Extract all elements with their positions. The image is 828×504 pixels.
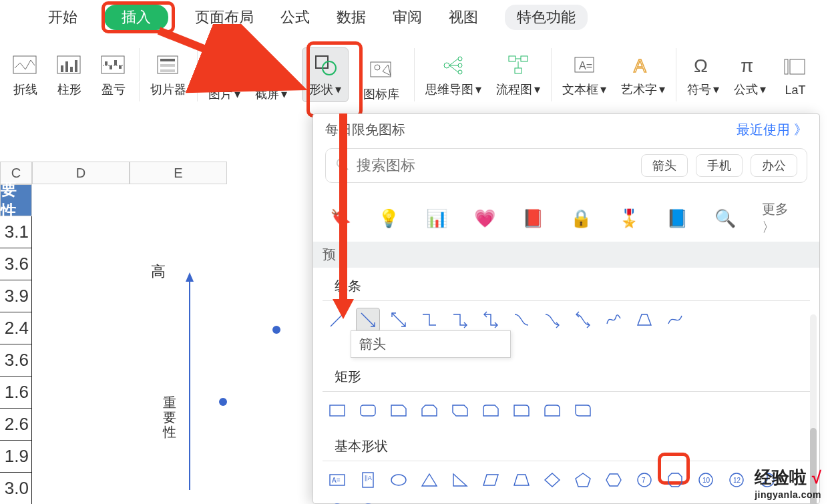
dodecagon-shape[interactable]: 12: [724, 468, 749, 492]
sparkline-wl[interactable]: 盈亏: [99, 52, 128, 97]
line-shape[interactable]: [325, 308, 349, 332]
chevron-down-icon: ▾: [534, 82, 540, 97]
cat-heart-icon[interactable]: 💗: [473, 206, 496, 230]
symbol[interactable]: Ω 符号▾: [687, 52, 719, 97]
svg-marker-56: [422, 405, 437, 416]
curve-shape[interactable]: [509, 308, 534, 332]
elbow-shape[interactable]: [417, 308, 441, 332]
shapes[interactable]: 形状▾: [302, 47, 349, 102]
chevron-down-icon: ▾: [234, 87, 240, 101]
elbow-double-shape[interactable]: [479, 308, 503, 332]
octagon-shape[interactable]: [663, 468, 687, 492]
cat-book-icon[interactable]: 📕: [522, 206, 544, 230]
wordart[interactable]: A 艺术字▾: [621, 52, 665, 97]
cat-search-icon[interactable]: 🔍: [714, 206, 737, 230]
sparkline-col-icon: [55, 52, 84, 79]
parallelogram-shape[interactable]: [479, 468, 503, 492]
sniprnd-shape[interactable]: [479, 399, 503, 423]
cell[interactable]: 3.1: [0, 216, 32, 248]
curve-double-shape[interactable]: [571, 308, 595, 332]
svg-rect-16: [214, 62, 234, 77]
menu-formula[interactable]: 公式: [280, 7, 310, 27]
cell[interactable]: 2.4: [0, 312, 32, 344]
textbox-shape[interactable]: A=: [325, 468, 349, 492]
heptagon-shape[interactable]: 7: [632, 468, 656, 492]
round2-shape[interactable]: [540, 399, 564, 423]
rtriangle-shape[interactable]: [448, 468, 472, 492]
cell[interactable]: 3.0: [0, 473, 32, 504]
vtextbox-shape[interactable]: ||A: [356, 468, 380, 492]
cat-bulb-icon[interactable]: 💡: [377, 206, 400, 230]
col-header-e[interactable]: E: [130, 162, 227, 184]
cell[interactable]: 1.9: [0, 441, 32, 473]
menu-layout[interactable]: 页面布局: [195, 7, 254, 27]
svg-marker-64: [453, 474, 467, 486]
more-link[interactable]: 更多 〉: [762, 200, 803, 236]
cat-lock-icon[interactable]: 🔒: [570, 206, 592, 230]
triangle-shape[interactable]: [417, 468, 441, 492]
decagon-shape[interactable]: 10: [694, 468, 718, 492]
chord-shape[interactable]: [325, 499, 349, 504]
menu-feature[interactable]: 特色功能: [505, 5, 588, 30]
svg-text:A=: A=: [332, 477, 341, 484]
cat-badge-icon[interactable]: 🎖️: [618, 206, 640, 230]
screenshot[interactable]: 截屏▾: [255, 57, 287, 102]
chevron-down-icon: ▾: [600, 82, 606, 97]
cell[interactable]: 3.9: [0, 280, 32, 312]
round1-shape[interactable]: [509, 399, 534, 423]
cell[interactable]: 3.6: [0, 248, 32, 280]
cell[interactable]: 1.6: [0, 376, 32, 409]
textbox[interactable]: A= 文本框▾: [562, 52, 606, 97]
diamond-shape[interactable]: [540, 468, 564, 492]
watermark: 经验啦 √ jingyanla.com: [755, 466, 821, 500]
recent-link[interactable]: 最近使用 》: [737, 121, 807, 139]
search-box[interactable]: 箭头 手机 办公: [325, 148, 807, 183]
chip-office[interactable]: 办公: [751, 154, 797, 177]
cat-chart-icon[interactable]: 📊: [425, 206, 448, 230]
hexagon-shape[interactable]: [602, 468, 626, 492]
roundrect-shape[interactable]: [356, 399, 380, 423]
menu-review[interactable]: 审阅: [393, 7, 422, 27]
latex[interactable]: LaT: [781, 54, 810, 97]
cat-flag-icon[interactable]: 🔖: [329, 206, 352, 230]
freeform-shape[interactable]: [632, 308, 656, 332]
chip-phone[interactable]: 手机: [696, 154, 743, 177]
cell[interactable]: 2.6: [0, 409, 32, 441]
arrow-line-shape[interactable]: [356, 308, 380, 332]
snip1-shape[interactable]: [387, 399, 411, 423]
elbow-arrow-shape[interactable]: [448, 308, 472, 332]
cat-file-icon[interactable]: 📘: [666, 206, 688, 230]
menu-view[interactable]: 视图: [449, 7, 478, 27]
row-header: 要性: [0, 184, 32, 216]
flowchart[interactable]: 流程图▾: [496, 52, 540, 97]
curve2-shape[interactable]: [663, 308, 687, 332]
svg-marker-63: [422, 474, 437, 486]
teardrop-shape[interactable]: [356, 499, 380, 504]
picture[interactable]: 图片▾: [208, 57, 240, 102]
curve-arrow-shape[interactable]: [540, 308, 564, 332]
menu-insert[interactable]: 插入: [104, 5, 168, 30]
rect-shape[interactable]: [325, 399, 349, 423]
trapezoid-shape[interactable]: [509, 468, 534, 492]
iconlib[interactable]: 图标库: [363, 57, 399, 102]
ellipse-shape[interactable]: [387, 468, 411, 492]
pentagon-shape[interactable]: [571, 468, 595, 492]
cell[interactable]: 3.6: [0, 344, 32, 376]
svg-rect-3: [65, 61, 68, 72]
scribble-shape[interactable]: [602, 308, 626, 332]
col-header-d[interactable]: D: [32, 162, 130, 184]
rounddiag-shape[interactable]: [571, 399, 595, 423]
snip2-shape[interactable]: [417, 399, 441, 423]
chip-arrow[interactable]: 箭头: [641, 154, 688, 177]
menu-data[interactable]: 数据: [337, 7, 366, 27]
snipdiag-shape[interactable]: [448, 399, 472, 423]
sparkline-line[interactable]: 折线: [11, 52, 40, 97]
mindmap[interactable]: 思维导图▾: [425, 52, 481, 97]
double-arrow-shape[interactable]: [387, 308, 411, 332]
sparkline-col[interactable]: 柱形: [55, 52, 84, 97]
search-input[interactable]: [357, 157, 634, 174]
slicer[interactable]: 切片器: [150, 52, 186, 97]
wordart-icon: A: [628, 52, 658, 79]
menu-start[interactable]: 开始: [48, 7, 77, 27]
formula2[interactable]: π 公式▾: [734, 52, 766, 97]
